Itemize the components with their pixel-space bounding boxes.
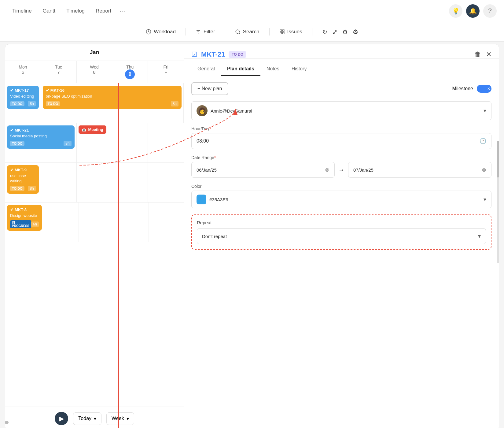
calendar-header: Jan [5, 44, 184, 61]
toolbar-sep-1 [186, 28, 186, 35]
gear-icon[interactable]: ⚙ [353, 28, 358, 35]
task-hours-21: 8h [64, 141, 71, 146]
panel-header: ☑ MKT-21 TO DO 🗑 ✕ [184, 44, 499, 59]
check-icon-21: ✔ [10, 128, 13, 132]
nav-timeline[interactable]: Timeline [7, 6, 37, 17]
svg-point-4 [236, 30, 239, 33]
date-from-input[interactable]: 06/Jan/25 ⊗ [191, 162, 335, 178]
milestone-toggle[interactable] [477, 85, 491, 93]
main-content: Jan Mon 6 Tue 7 Wed 8 Thu 9 Fri F [5, 44, 499, 428]
task-mkt21[interactable]: ✔ MKT-21 Social media posting TO DO 8h [7, 125, 75, 149]
task-hours: 8h [28, 101, 35, 106]
task-mkt8[interactable]: ✔ MKT-8 Design website IN PROGRESS 6h [7, 205, 42, 231]
search-btn[interactable]: Search [235, 29, 259, 35]
date-label: Date Range* [191, 155, 491, 160]
date-to-input[interactable]: 07/Jan/25 ⊗ [348, 162, 491, 178]
task-title-8: Design website [10, 213, 39, 218]
tab-general[interactable]: General [191, 62, 221, 76]
svg-rect-7 [282, 30, 284, 31]
status-badge: TO DO [10, 101, 24, 106]
repeat-select[interactable]: Don't repeat ▾ [197, 228, 486, 244]
day-label-fri: Fri [150, 65, 181, 69]
day-label-mon: Mon [8, 65, 38, 69]
task-id: MKT-17 [15, 88, 29, 93]
issues-btn[interactable]: Issues [279, 29, 302, 35]
bell-button[interactable]: 🔔 [466, 4, 480, 18]
new-plan-button[interactable]: + New plan [191, 82, 228, 95]
hour-input[interactable]: 08:00 🕐 [191, 133, 491, 149]
svg-line-5 [239, 33, 240, 34]
meeting-label: Meeting [88, 127, 103, 132]
svg-rect-9 [280, 32, 281, 34]
idea-button[interactable]: 💡 [449, 4, 462, 18]
task-mkt16[interactable]: ✔ MKT-16 on-page SEO optimization TO DO … [43, 86, 182, 109]
today-dropdown[interactable]: Today ▾ [73, 412, 101, 425]
date-range-field: Date Range* 06/Jan/25 ⊗ → 07/Jan/25 ⊗ [191, 155, 491, 178]
date-to-clear-icon[interactable]: ⊗ [482, 166, 486, 173]
workload-btn[interactable]: Workload [146, 29, 176, 35]
filter-btn[interactable]: Filter [196, 29, 215, 35]
user-select[interactable]: 👩 Annie@DevSamurai ▾ [191, 101, 491, 120]
task-title: Video editting [10, 94, 36, 99]
nav-report[interactable]: Report [91, 6, 116, 17]
user-field: 👩 Annie@DevSamurai ▾ [191, 101, 491, 120]
date-from-clear-icon[interactable]: ⊗ [325, 166, 329, 173]
task-id-16: MKT-16 [50, 88, 64, 93]
status-badge-21: TO DO [10, 141, 24, 146]
scrollbar-track[interactable] [497, 141, 499, 263]
task-title-9: use case writing [10, 173, 36, 184]
nav-gantt[interactable]: Gantt [38, 6, 61, 17]
cell-fri-row3 [148, 163, 184, 202]
cell-mon-row3: ✔ MKT-9 use case writing TO DO 8h [5, 163, 41, 202]
task-mkt17[interactable]: ✔ MKT-17 Video editting TO DO 8h [7, 86, 39, 109]
refresh-icon[interactable]: ↻ [322, 28, 327, 35]
bottom-indicator [5, 421, 9, 424]
nav-more-icon[interactable]: ⋯ [117, 5, 128, 17]
hour-field: Hour/Day* 08:00 🕐 [191, 126, 491, 149]
cell-mon-row4: ✔ MKT-8 Design website IN PROGRESS 6h [5, 203, 44, 242]
calendar-body: ✔ MKT-17 Video editting TO DO 8h ✔ [5, 83, 184, 428]
task-mkt9[interactable]: ✔ MKT-9 use case writing TO DO 8h [7, 165, 39, 194]
day-number-wed: 8 [79, 69, 110, 75]
scrollbar-thumb [497, 141, 499, 177]
calendar-row-1: ✔ MKT-17 Video editting TO DO 8h ✔ [5, 83, 184, 123]
check-icon-9: ✔ [10, 168, 13, 172]
color-select[interactable]: #35A3E9 ▾ [191, 191, 491, 208]
svg-rect-8 [282, 32, 284, 34]
panel-checkbox[interactable]: ☑ [191, 50, 197, 58]
task-footer-21: TO DO 8h [10, 141, 72, 146]
day-number-thu: 9 [125, 69, 135, 79]
user-chevron-icon: ▾ [484, 107, 486, 114]
close-button[interactable]: ✕ [486, 50, 491, 58]
task-id-21: MKT-21 [15, 128, 29, 132]
meeting-badge[interactable]: 📅 Meeting [79, 125, 106, 134]
nav-timelog[interactable]: Timelog [61, 6, 90, 17]
toolbar-sep-3 [269, 28, 270, 35]
toolbar-icons: ↻ ⤢ ⚙ ⚙ [322, 28, 358, 35]
tab-plan-details[interactable]: Plan details [221, 62, 260, 76]
delete-button[interactable]: 🗑 [474, 50, 481, 58]
help-button[interactable]: ? [483, 4, 497, 18]
calendar-row-2: ✔ MKT-21 Social media posting TO DO 8h 📅… [5, 123, 184, 163]
svg-rect-6 [280, 30, 281, 31]
fullscreen-icon[interactable]: ⤢ [332, 28, 337, 35]
date-from-value: 06/Jan/25 [197, 167, 217, 173]
task-footer-9: TO DO 8h [10, 186, 36, 191]
day-label-tue: Tue [43, 65, 74, 69]
settings-slider-icon[interactable]: ⚙ [342, 28, 348, 35]
cell-thu-row4 [114, 203, 149, 242]
status-badge-8: IN PROGRESS [10, 220, 31, 228]
date-range-row: 06/Jan/25 ⊗ → 07/Jan/25 ⊗ [191, 162, 491, 178]
plan-header-row: + New plan Milestone [191, 82, 491, 95]
tab-notes[interactable]: Notes [260, 62, 285, 76]
date-arrow-icon: → [338, 166, 344, 173]
cell-mon-tue-row2: ✔ MKT-21 Social media posting TO DO 8h [5, 123, 77, 162]
repeat-section: Repeat Don't repeat ▾ [191, 214, 491, 250]
user-avatar: 👩 [197, 105, 208, 116]
cell-tue-row3 [41, 163, 77, 202]
week-dropdown[interactable]: Week ▾ [106, 412, 134, 425]
task-footer-8: IN PROGRESS 6h [10, 220, 39, 228]
tab-history[interactable]: History [285, 62, 313, 76]
prev-next-btn[interactable]: ▶ [55, 412, 68, 425]
task-hours-8: 6h [31, 221, 39, 227]
